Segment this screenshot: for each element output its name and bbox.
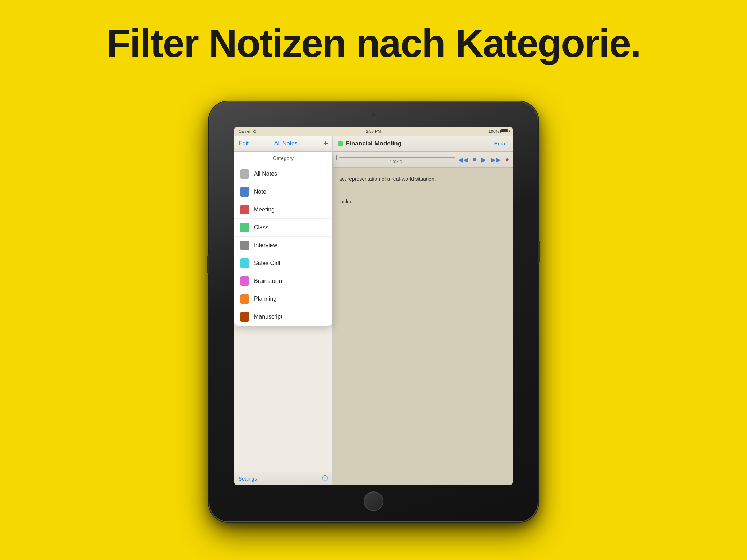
category-item-brainstorm[interactable]: Brainstorm [234, 272, 332, 290]
record-button[interactable]: ● [505, 156, 509, 163]
page-headline: Filter Notizen nach Kategorie. [0, 0, 747, 65]
category-label-class: Class [254, 224, 268, 231]
ipad-device: Carrier ⊙ 2:56 PM 100% [209, 102, 538, 521]
email-button[interactable]: Email [494, 140, 508, 147]
main-content: Edit All Notes + Travel Th...hts Categor… [234, 136, 513, 485]
category-color-interview [240, 241, 249, 250]
audio-timeline[interactable] [339, 157, 455, 158]
battery-percent: 100% [489, 129, 499, 133]
audio-time: 1:05:16 [336, 160, 455, 164]
rewind-button[interactable]: ◀◀ [458, 156, 468, 164]
category-color-class [240, 223, 249, 232]
battery-fill [501, 130, 508, 132]
category-item-note[interactable]: Note [234, 183, 332, 201]
ipad-screen: Carrier ⊙ 2:56 PM 100% [234, 127, 513, 485]
category-item-sales-call[interactable]: Sales Call [234, 254, 332, 272]
category-color-meeting [240, 205, 249, 214]
category-dropdown: Category All Notes Note M [234, 152, 332, 326]
category-label-all-notes: All Notes [254, 171, 277, 177]
battery-icon [500, 129, 508, 133]
category-item-interview[interactable]: Interview [234, 237, 332, 254]
status-bar: Carrier ⊙ 2:56 PM 100% [234, 127, 513, 136]
category-color-note [240, 187, 249, 197]
audio-progress-area: 1:05:16 [336, 155, 455, 164]
category-item-planning[interactable]: Planning [234, 290, 332, 308]
category-label-brainstorm: Brainstorm [254, 278, 282, 284]
note-content: act representation of a real-world situa… [333, 168, 513, 485]
right-panel: Financial Modeling Email 1:0 [333, 136, 513, 485]
category-color-manuscript [240, 312, 249, 322]
right-nav-title: Financial Modeling [346, 140, 402, 147]
category-item-all-notes[interactable]: All Notes [234, 165, 332, 183]
info-icon[interactable]: ⓘ [322, 475, 328, 482]
category-color-sales-call [240, 258, 249, 268]
category-label-interview: Interview [254, 242, 277, 249]
left-panel: Edit All Notes + Travel Th...hts Categor… [234, 136, 333, 485]
category-item-meeting[interactable]: Meeting [234, 201, 332, 219]
stop-button[interactable]: ■ [473, 156, 477, 163]
carrier-label: Carrier [239, 129, 251, 133]
note-content-line2: include: [339, 198, 506, 206]
category-color-brainstorm [240, 276, 249, 286]
category-label-sales-call: Sales Call [254, 260, 280, 267]
play-button[interactable]: ▶ [481, 156, 486, 164]
note-content-line1: act representation of a real-world situa… [339, 176, 436, 182]
nav-bar: Edit All Notes + [234, 136, 332, 152]
category-dot [338, 141, 343, 146]
ipad-frame: Carrier ⊙ 2:56 PM 100% [209, 102, 538, 521]
note-title-area: Financial Modeling [338, 140, 402, 147]
category-label-manuscript: Manuscript [254, 314, 282, 320]
nav-title[interactable]: All Notes [274, 140, 298, 147]
screen-content: Carrier ⊙ 2:56 PM 100% [234, 127, 513, 485]
category-item-manuscript[interactable]: Manuscript [234, 308, 332, 326]
audio-controls: ◀◀ ■ ▶ ▶▶ ● [458, 156, 509, 164]
status-time: 2:56 PM [366, 129, 381, 133]
right-nav-bar: Financial Modeling Email [333, 136, 513, 152]
edit-button[interactable]: Edit [239, 140, 249, 147]
status-right: 100% [489, 129, 508, 133]
category-label-planning: Planning [254, 296, 276, 302]
category-label-note: Note [254, 188, 266, 195]
audio-player-bar: 1:05:16 ◀◀ ■ ▶ ▶▶ ● [333, 152, 513, 168]
add-note-button[interactable]: + [323, 140, 328, 148]
volume-button [207, 255, 209, 273]
category-color-all-notes [240, 169, 249, 179]
settings-button[interactable]: Settings [239, 476, 257, 482]
category-label-meeting: Meeting [254, 206, 275, 213]
bottom-bar: Settings ⓘ [234, 472, 332, 485]
power-button [538, 241, 540, 262]
category-header: Category [234, 152, 332, 165]
category-item-class[interactable]: Class [234, 219, 332, 237]
wifi-icon: ⊙ [253, 129, 256, 134]
fast-forward-button[interactable]: ▶▶ [491, 156, 501, 164]
camera-dot [372, 113, 375, 117]
playhead-indicator [336, 155, 337, 160]
status-left: Carrier ⊙ [239, 129, 256, 134]
home-button[interactable] [364, 491, 383, 511]
category-color-planning [240, 294, 249, 304]
